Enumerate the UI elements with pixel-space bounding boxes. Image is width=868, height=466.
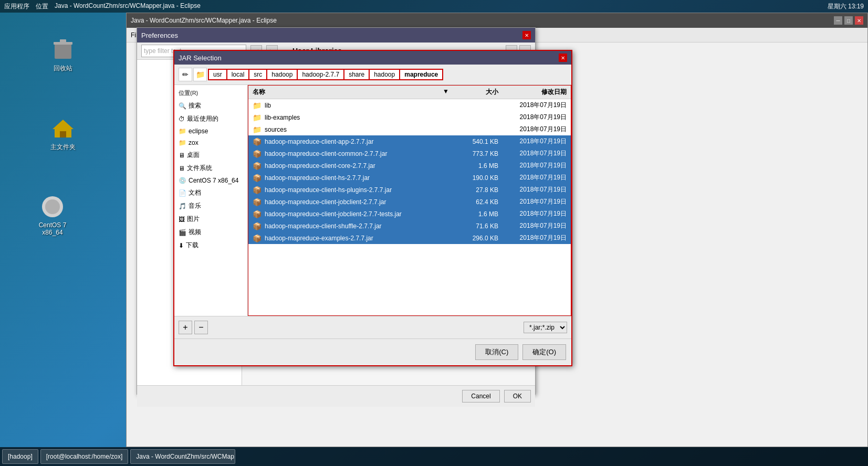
client-jobclient-tests-date: 2018年07月19日 <box>498 209 567 218</box>
eclipse-maximize-btn[interactable]: □ <box>844 16 853 25</box>
jar-footer-left: + − <box>179 321 208 334</box>
jar-row-client-shuffle[interactable]: 📦 hadoop-mapreduce-client-shuffle-2.7.7.… <box>248 220 571 232</box>
breadcrumb-hadoop[interactable]: hadoop <box>267 69 297 80</box>
jar-icon-8: 📦 <box>253 222 262 230</box>
top-menu-left: 应用程序 位置 Java - WordCountZhm/src/WCMapper… <box>4 2 201 11</box>
jar-row-client-common[interactable]: 📦 hadoop-mapreduce-client-common-2.7.7.j… <box>248 147 571 160</box>
jar-sidebar-desktop[interactable]: 🖥 桌面 <box>174 149 247 162</box>
eclipse-close-btn[interactable]: ✕ <box>855 16 863 25</box>
eclipse-window-controls: ─ □ ✕ <box>834 16 863 25</box>
top-menu-right: 星期六 13:19 <box>828 2 864 11</box>
home-folder-icon <box>50 115 76 141</box>
eclipse-minimize-btn[interactable]: ─ <box>834 16 842 25</box>
jar-sidebar-search-label: 搜索 <box>189 101 201 110</box>
preferences-ok-btn[interactable]: OK <box>504 390 531 403</box>
col-size-header: 大小 <box>451 88 498 97</box>
jar-row-client-hs[interactable]: 📦 hadoop-mapreduce-client-hs-2.7.7.jar 1… <box>248 172 571 184</box>
jar-dialog-body: 位置(R) 🔍 搜索 ⏱ 最近使用的 📁 eclipse 📁 zox 🖥 桌面 <box>174 85 571 316</box>
jar-icon-4: 📦 <box>253 174 262 182</box>
search-icon: 🔍 <box>179 102 186 110</box>
breadcrumb-usr[interactable]: usr <box>208 69 227 80</box>
breadcrumb-mapreduce[interactable]: mapreduce <box>400 69 443 80</box>
jar-ok-btn[interactable]: 确定(O) <box>522 344 566 360</box>
jar-icon-7: 📦 <box>253 210 262 218</box>
jar-sidebar-desktop-label: 桌面 <box>187 151 200 160</box>
jar-filter-area: *.jar;*.zip <box>524 322 567 333</box>
jar-sidebar-eclipse-label: eclipse <box>189 128 208 135</box>
breadcrumb-src[interactable]: src <box>249 69 267 80</box>
taskbar-item-terminal[interactable]: [root@localhost:/home/zox] <box>40 449 129 464</box>
jar-sidebar-downloads[interactable]: ⬇ 下载 <box>174 239 247 252</box>
jar-row-client-jobclient-tests[interactable]: 📦 hadoop-mapreduce-client-jobclient-2.7.… <box>248 208 571 220</box>
jar-title-controls: ✕ <box>559 54 567 62</box>
location-menu[interactable]: 位置 <box>36 2 48 11</box>
lib-name: lib <box>265 102 451 109</box>
col-name-header: 名称 <box>253 88 443 97</box>
jar-folder-btn[interactable]: 📁 <box>193 68 207 81</box>
jar-sidebar-videos-label: 视频 <box>189 228 201 237</box>
centos-disk-icon: 💿 <box>179 177 186 184</box>
jar-titlebar: JAR Selection ✕ <box>174 51 571 65</box>
jar-row-client-jobclient[interactable]: 📦 hadoop-mapreduce-client-jobclient-2.7.… <box>248 196 571 208</box>
svg-point-5 <box>45 199 60 214</box>
jar-row-client-hs-plugins[interactable]: 📦 hadoop-mapreduce-client-hs-plugins-2.7… <box>248 184 571 196</box>
jar-sidebar-music[interactable]: 🎵 音乐 <box>174 199 247 213</box>
client-core-name: hadoop-mapreduce-client-core-2.7.7.jar <box>265 162 451 170</box>
taskbar: [hadoop] [root@localhost:/home/zox] Java… <box>0 447 868 466</box>
taskbar-eclipse-label: Java - WordCountZhm/src/WCMap... <box>136 453 235 460</box>
jar-sidebar-eclipse[interactable]: 📁 eclipse <box>174 125 247 137</box>
jar-remove-btn[interactable]: − <box>194 321 208 334</box>
clock: 星期六 13:19 <box>828 2 864 11</box>
lib-examples-name: lib-examples <box>265 114 451 121</box>
breadcrumb-share[interactable]: share <box>344 69 369 80</box>
jar-close-btn[interactable]: ✕ <box>559 54 567 62</box>
jar-sidebar-location-label: 位置(R) <box>174 87 247 99</box>
jar-sidebar-videos[interactable]: 🎬 视频 <box>174 226 247 239</box>
jar-pencil-btn[interactable]: ✏ <box>179 68 192 81</box>
jar-sidebar-filesystem[interactable]: 🖥 文件系统 <box>174 162 247 175</box>
breadcrumb-hadoop2[interactable]: hadoop <box>369 69 400 80</box>
jar-sidebar-pictures-label: 图片 <box>187 215 200 224</box>
client-hs-name: hadoop-mapreduce-client-hs-2.7.7.jar <box>265 174 451 182</box>
preferences-title: Preferences <box>141 31 178 39</box>
preferences-cancel-btn[interactable]: Cancel <box>462 390 499 403</box>
jar-sidebar-zox[interactable]: 📁 zox <box>174 137 247 149</box>
jar-sidebar-pictures[interactable]: 🖼 图片 <box>174 213 247 226</box>
app-menu[interactable]: 应用程序 <box>4 2 29 11</box>
jar-file-header: 名称 ▼ 大小 修改日期 <box>248 86 571 99</box>
client-common-name: hadoop-mapreduce-client-common-2.7.7.jar <box>265 150 451 157</box>
jar-filter-dropdown[interactable]: *.jar;*.zip <box>524 322 567 333</box>
centos-label: CentOS 7 x86_64 <box>32 221 74 236</box>
breadcrumb-hadoop-277[interactable]: hadoop-2.7.7 <box>297 69 344 80</box>
breadcrumb-local[interactable]: local <box>227 69 249 80</box>
jar-row-examples[interactable]: 📦 hadoop-mapreduce-examples-2.7.7.jar 29… <box>248 232 571 244</box>
jar-sidebar-search[interactable]: 🔍 搜索 <box>174 99 247 112</box>
jar-sidebar-recent[interactable]: ⏱ 最近使用的 <box>174 112 247 125</box>
jar-sidebar-downloads-label: 下载 <box>186 241 198 250</box>
breadcrumb-path: usr local src hadoop hadoop-2.7.7 share … <box>208 69 443 80</box>
desktop-icon-home[interactable]: 主文件夹 <box>42 115 84 152</box>
taskbar-terminal-label: [root@localhost:/home/zox] <box>46 453 123 460</box>
jar-row-lib-examples[interactable]: 📁 lib-examples 2018年07月19日 <box>248 111 571 123</box>
jar-row-client-app[interactable]: 📦 hadoop-mapreduce-client-app-2.7.7.jar … <box>248 135 571 147</box>
filesystem-icon: 🖥 <box>179 165 185 172</box>
jar-row-client-core[interactable]: 📦 hadoop-mapreduce-client-core-2.7.7.jar… <box>248 160 571 172</box>
jar-add-btn[interactable]: + <box>179 321 192 334</box>
recent-icon: ⏱ <box>179 115 185 123</box>
desktop-icon-trash[interactable]: 回收站 <box>42 37 84 73</box>
preferences-close-btn[interactable]: ✕ <box>522 31 531 39</box>
client-hs-plugins-date: 2018年07月19日 <box>498 185 567 194</box>
desktop-icon-centos[interactable]: CentOS 7 x86_64 <box>32 194 74 236</box>
jar-sidebar-centos[interactable]: 💿 CentOS 7 x86_64 <box>174 175 247 186</box>
jar-row-lib[interactable]: 📁 lib 2018年07月19日 <box>248 99 571 111</box>
client-core-date: 2018年07月19日 <box>498 161 567 170</box>
jar-icon-1: 📦 <box>253 137 262 146</box>
taskbar-item-hadoop[interactable]: [hadoop] <box>2 449 38 464</box>
jar-sidebar-documents[interactable]: 📄 文档 <box>174 186 247 199</box>
taskbar-item-eclipse[interactable]: Java - WordCountZhm/src/WCMap... <box>130 449 235 464</box>
jar-sidebar-centos-label: CentOS 7 x86_64 <box>189 177 238 184</box>
jar-cancel-btn[interactable]: 取消(C) <box>475 344 518 360</box>
client-shuffle-name: hadoop-mapreduce-client-shuffle-2.7.7.ja… <box>265 223 451 230</box>
client-hs-size: 190.0 KB <box>451 174 498 182</box>
jar-row-sources[interactable]: 📁 sources 2018年07月19日 <box>248 123 571 135</box>
